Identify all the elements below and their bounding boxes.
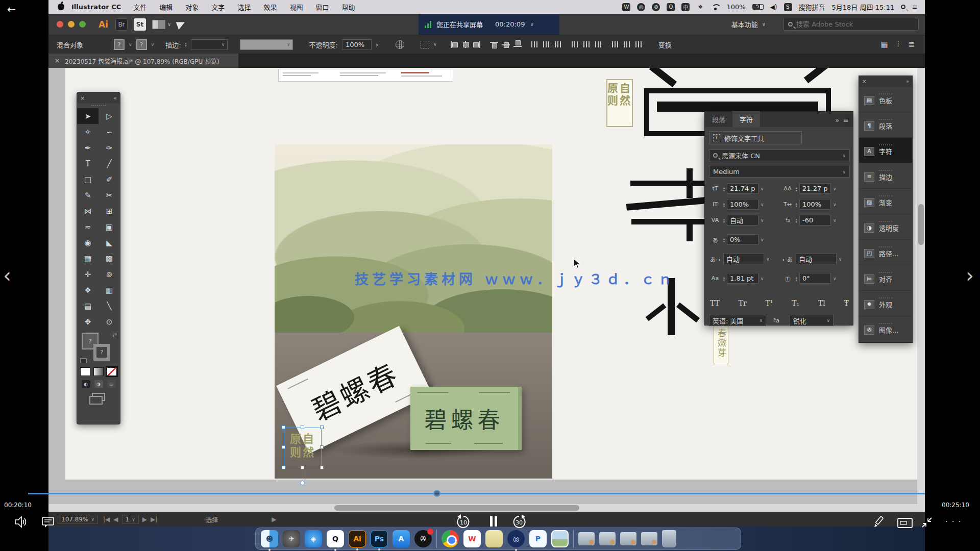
tool-symbol-sprayer[interactable]: ❖: [77, 282, 99, 298]
strikethrough-button[interactable]: Ŧ: [844, 299, 849, 307]
align-center-button[interactable]: [461, 40, 470, 48]
tool-reflect[interactable]: ⋈: [77, 203, 99, 219]
superscript-button[interactable]: T¹: [766, 299, 773, 307]
sogou-icon[interactable]: S: [784, 3, 792, 11]
align-left-button[interactable]: [449, 40, 458, 48]
selection-handle[interactable]: [282, 466, 285, 469]
menu-view[interactable]: 视图: [289, 2, 303, 12]
leading-stepper[interactable]: ▴▾: [796, 186, 797, 191]
all-caps-button[interactable]: TT: [710, 299, 720, 307]
workspace-switcher[interactable]: 基本功能 ∨: [731, 14, 772, 35]
baseline-shift-value[interactable]: 1.81 pt: [727, 273, 758, 284]
insert-space-right-value[interactable]: 自动: [796, 254, 837, 264]
default-fill-stroke-icon[interactable]: [80, 358, 87, 363]
window-minimize-button[interactable]: [68, 21, 75, 28]
fan-status-icon[interactable]: ✥: [696, 3, 704, 11]
control-center-icon[interactable]: ≡: [912, 3, 918, 11]
tool-zoom[interactable]: ⊙: [99, 314, 120, 330]
share-banner-chevron[interactable]: ∨: [530, 21, 533, 27]
vertical-scale-value[interactable]: 100%: [727, 199, 758, 210]
dock-driver-app[interactable]: ✇: [414, 530, 432, 547]
tool-artboard[interactable]: ▤: [77, 298, 99, 314]
stroke-weight-select[interactable]: ∨: [191, 39, 228, 50]
stroke-weight-stepper[interactable]: ▴▾: [185, 42, 187, 47]
dock-item-stroke[interactable]: ≡描边: [859, 163, 912, 188]
font-style-chevron[interactable]: ∨: [842, 169, 846, 174]
dock-meeting-app[interactable]: ◎: [507, 530, 525, 547]
share-app-icon[interactable]: [176, 19, 187, 30]
tool-curvature[interactable]: ✑: [99, 140, 120, 156]
distribute-5-button[interactable]: [582, 40, 591, 48]
small-caps-button[interactable]: Tr: [739, 299, 747, 307]
character-rotation-value[interactable]: 0°: [799, 273, 831, 284]
tool-mesh[interactable]: ▦: [77, 251, 99, 266]
grid-view-icon[interactable]: ▦: [880, 40, 888, 49]
dock-minimized-window[interactable]: [620, 532, 636, 545]
dock-app-store[interactable]: A: [393, 530, 410, 547]
draw-behind-button[interactable]: ◑: [94, 380, 103, 388]
document-setup-icon[interactable]: [396, 40, 404, 49]
apple-menu-icon[interactable]: [58, 4, 64, 10]
horizontal-scale-value[interactable]: 100%: [799, 199, 831, 210]
more-options-button[interactable]: · · ·: [945, 517, 962, 525]
tool-type[interactable]: T: [77, 156, 99, 171]
character-rotation-stepper[interactable]: ▴▾: [796, 276, 797, 281]
window-close-button[interactable]: [57, 21, 63, 28]
volume-button[interactable]: [14, 515, 29, 531]
character-rotation-chevron[interactable]: ∨: [833, 276, 837, 281]
stroke-chevron[interactable]: ∨: [151, 42, 155, 47]
chat-button[interactable]: [42, 517, 54, 530]
tool-blend[interactable]: ⊚: [99, 266, 120, 282]
kerning-chevron[interactable]: ∨: [761, 218, 764, 223]
kerning-stepper[interactable]: ▴▾: [723, 218, 725, 223]
dock-qq[interactable]: Q: [327, 530, 344, 547]
horizontal-scrollbar[interactable]: [48, 504, 917, 512]
pause-button[interactable]: [488, 516, 499, 527]
dock-wps[interactable]: W: [463, 530, 481, 547]
tab-close-icon[interactable]: ×: [55, 57, 60, 64]
distribute-8-button[interactable]: [622, 40, 631, 48]
align-right-button[interactable]: [473, 40, 482, 48]
proportional-spacing-chevron[interactable]: ∨: [761, 237, 764, 242]
bounding-box-icon[interactable]: [421, 41, 429, 48]
insert-space-right-chevron[interactable]: ∨: [839, 257, 842, 262]
draw-normal-button[interactable]: ◐: [82, 380, 90, 388]
battery-icon[interactable]: [752, 4, 764, 10]
dock-p-app[interactable]: P: [529, 530, 547, 547]
tool-magic-wand[interactable]: ✧: [77, 124, 99, 140]
color-button[interactable]: [80, 367, 90, 376]
distribute-7-button[interactable]: [610, 40, 620, 48]
menu-effect[interactable]: 效果: [263, 2, 277, 12]
tool-rectangle[interactable]: □: [77, 171, 99, 187]
tool-hand[interactable]: ✥: [77, 314, 99, 330]
creative-cloud-icon[interactable]: ⊛: [652, 3, 660, 11]
kerning-value[interactable]: 自动: [727, 215, 758, 226]
opacity-more-button[interactable]: ›: [376, 41, 378, 48]
ime-name[interactable]: 搜狗拼音: [799, 2, 825, 12]
tool-paintbrush[interactable]: ✐: [99, 171, 120, 187]
selected-text-object[interactable]: 原自 则然: [284, 428, 322, 467]
tool-scissors[interactable]: ✂: [99, 187, 120, 203]
dock-item-align[interactable]: ⊨对齐: [859, 265, 912, 290]
subscript-button[interactable]: T₁: [792, 299, 799, 307]
remark-button[interactable]: [897, 518, 913, 530]
distribute-4-button[interactable]: [570, 40, 579, 48]
menu-select[interactable]: 选择: [237, 2, 251, 12]
selection-handle[interactable]: [282, 425, 285, 429]
tool-selection[interactable]: ➤: [77, 108, 99, 124]
anchor-point[interactable]: [300, 481, 305, 485]
transform-link[interactable]: 变换: [658, 40, 672, 49]
baseline-shift-stepper[interactable]: ▴▾: [723, 276, 725, 281]
tool-eyedropper[interactable]: ✛: [77, 266, 99, 282]
selection-handle[interactable]: [320, 445, 324, 449]
dock-chrome[interactable]: [442, 530, 459, 547]
volume-menu-icon[interactable]: ◀): [770, 4, 777, 11]
menu-type[interactable]: 文字: [211, 2, 225, 12]
stroke-swatch[interactable]: ?: [136, 39, 147, 50]
opacity-input[interactable]: 100%: [342, 39, 372, 50]
exit-fullscreen-button[interactable]: [921, 516, 933, 531]
tool-shape-builder[interactable]: ◉: [77, 235, 99, 251]
align-top-button[interactable]: [489, 40, 499, 48]
tracking-stepper[interactable]: ▴▾: [796, 218, 797, 223]
stock-button[interactable]: St: [134, 18, 146, 31]
